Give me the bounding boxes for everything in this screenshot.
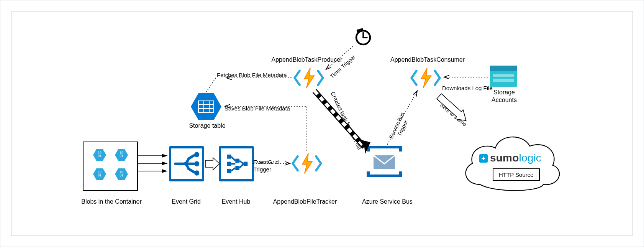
diagram-frame: 1001 1001 1001 1001 Blobs in the Contain… <box>0 0 644 247</box>
sent-to-sumo-arrow <box>435 92 470 125</box>
svg-line-33 <box>326 46 353 69</box>
thick-dashed-arrow <box>315 91 370 154</box>
hollow-arrow <box>205 158 220 170</box>
svg-line-36 <box>387 91 417 145</box>
svg-line-32 <box>206 78 216 92</box>
connectors <box>0 0 644 247</box>
